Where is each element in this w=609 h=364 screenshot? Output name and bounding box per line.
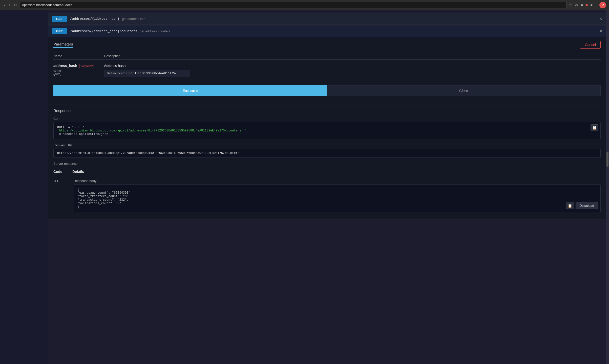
request-url-label: Request URL [53, 143, 601, 147]
main-content: GET /addresses/{address_hash} get addres… [48, 10, 606, 364]
response-details: Response body { "gas_usage_count": "6709… [74, 179, 601, 212]
back-button[interactable]: ‹ [3, 2, 6, 8]
response-actions: 📋 Download [566, 202, 598, 209]
curl-line3: -H 'accept: application/json' [57, 132, 597, 136]
responses-section: Responses Curl curl -X 'GET' \ 'https://… [48, 104, 606, 219]
response-json-close: } [77, 205, 597, 209]
url-text: optimism.blockscout.com/api-docs [22, 3, 72, 7]
endpoint-row-counters: GET /addresses/{address_hash}/counters g… [48, 26, 606, 219]
curl-label: Curl [53, 117, 601, 121]
browser-controls: ‹ › ↻ [3, 2, 18, 8]
response-body-label: Response body [74, 179, 601, 183]
download-button[interactable]: Download [576, 202, 598, 209]
response-json-open: { [77, 188, 597, 191]
details-col-header: Details [72, 170, 84, 174]
method-badge-get-counters: GET [52, 28, 67, 34]
response-json-line4: "transactions_count": "232", [77, 198, 597, 202]
response-code-200: 200 [53, 179, 64, 183]
param-name-cell: address_hash * required string (path) [53, 64, 104, 76]
execute-button[interactable]: Execute [53, 85, 327, 96]
responses-title: Responses [53, 108, 601, 113]
page-wrapper: GET /addresses/{address_hash} get addres… [0, 10, 609, 364]
param-type: string [53, 69, 104, 72]
server-response-title: Server response [53, 162, 601, 166]
response-json-line3: "token_transfers_count": "0", [77, 195, 597, 198]
col-name-header: Name [53, 54, 104, 58]
code-col-header: Code [53, 170, 62, 174]
col-desc-header: Description [104, 54, 601, 58]
expand-toggle[interactable]: × [599, 29, 602, 34]
param-row-address-hash: address_hash * required string (path) Ad… [53, 60, 601, 81]
curl-copy-button[interactable]: 📋 [591, 124, 598, 131]
params-table: Name Description address_hash * required… [53, 53, 601, 81]
scrollbar-thumb[interactable] [606, 152, 608, 167]
cancel-button[interactable]: Cancel [580, 41, 601, 49]
params-header: Parameters Cancel [53, 41, 601, 49]
curl-code-block: curl -X 'GET' \ 'https://optimism.blocks… [53, 122, 601, 139]
browser-chrome: ‹ › ↻ optimism.blockscout.com/api-docs ☆… [0, 0, 609, 10]
forward-button[interactable]: › [8, 2, 11, 8]
star-icon[interactable]: ☆ [569, 3, 572, 7]
endpoint-path: /addresses/{address_hash} [70, 17, 119, 21]
sidebar [0, 10, 48, 364]
param-required-badge: * required [79, 64, 94, 68]
endpoint-description: get address info [122, 17, 145, 21]
browser-toolbar-icons: ☆ ✉ ■ ■ ■ ↓ P [569, 2, 606, 8]
params-title: Parameters [53, 42, 73, 48]
param-desc-label: Address hash [104, 64, 601, 68]
method-badge-get: GET [52, 16, 67, 22]
response-json-line5: "validations_count": "0" [77, 202, 597, 205]
curl-line1: curl -X 'GET' \ [57, 125, 597, 129]
param-path: (path) [53, 72, 104, 76]
params-section: Parameters Cancel Name Description addre… [48, 37, 606, 104]
endpoint-path-counters: /addresses/{address_hash}/counters [70, 29, 137, 33]
profile-avatar[interactable]: P [599, 2, 606, 8]
param-name-label: address_hash * required [53, 64, 104, 68]
copy-response-button[interactable]: 📋 [566, 202, 574, 209]
action-buttons: Execute Clear [53, 85, 601, 96]
param-desc-cell: Address hash [104, 64, 601, 77]
extension-icon[interactable]: ■ [581, 3, 583, 7]
address-bar[interactable]: optimism.blockscout.com/api-docs [20, 2, 567, 8]
collapse-toggle[interactable]: × [599, 16, 602, 21]
clear-button[interactable]: Clear [327, 85, 601, 96]
download-icon[interactable]: ↓ [595, 3, 597, 7]
endpoint-header-counters[interactable]: GET /addresses/{address_hash}/counters g… [48, 26, 606, 37]
response-row-200: 200 Response body { "gas_usage_count": "… [53, 176, 601, 215]
endpoint-header-addresses[interactable]: GET /addresses/{address_hash} get addres… [48, 13, 606, 24]
endpoint-row-addresses: GET /addresses/{address_hash} get addres… [48, 13, 606, 25]
response-json-line2: "gas_usage_count": "67094390", [77, 191, 597, 195]
refresh-button[interactable]: ↻ [13, 3, 18, 8]
mail-icon[interactable]: ✉ [575, 3, 578, 7]
params-table-header: Name Description [53, 53, 601, 60]
endpoint-description-counters: get address counters [140, 29, 170, 33]
response-body-block: { "gas_usage_count": "67094390", "token_… [74, 184, 601, 212]
endpoint-panel: Parameters Cancel Name Description addre… [48, 37, 606, 219]
request-url-section: Request URL https://optimism.blockscout.… [53, 143, 601, 158]
curl-section: Curl curl -X 'GET' \ 'https://optimism.b… [53, 117, 601, 139]
param-name-text: address_hash [53, 64, 77, 68]
param-input-address-hash[interactable] [104, 70, 190, 77]
curl-line2: 'https://optimism.blockscout.com/api/v2/… [57, 129, 597, 132]
puzzle-icon[interactable]: ■ [591, 3, 593, 7]
request-url-value: https://optimism.blockscout.com/api/v2/a… [53, 149, 601, 158]
scrollbar-track [606, 10, 609, 364]
response-table-header: Code Details [53, 168, 601, 176]
shield-icon[interactable]: ■ [585, 3, 588, 7]
